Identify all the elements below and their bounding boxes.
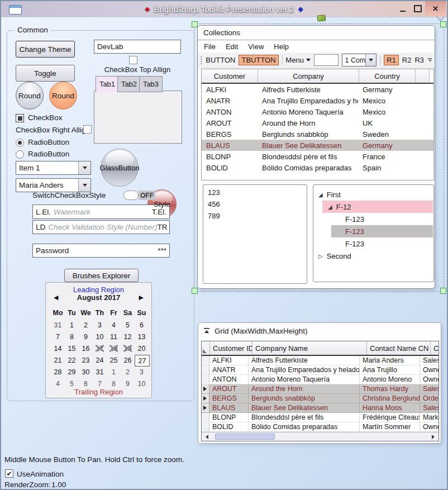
devlab-textbox[interactable]: DevLab [94,40,181,54]
switch-checkbox[interactable]: OFF [123,191,155,200]
table-row[interactable]: ANATRAna Trujillo Emparedados y heladosA… [202,365,439,375]
calendar-day[interactable]: 11 [107,331,121,342]
expander-header[interactable]: Grid (MaxWidth,MaxHeight) [198,323,441,339]
table-row[interactable]: AROUTAround the HornUK [202,117,433,129]
toolbar-radio-r3[interactable]: R3 [414,56,424,64]
calendar-day[interactable]: 10 [93,331,107,342]
calendar-day-today[interactable]: 27 [135,355,150,367]
calendar-day[interactable]: 7 [51,331,65,342]
tree-item-first[interactable]: ◢ First [313,188,439,201]
collections-titlebar[interactable]: Collections [198,26,435,40]
column-header-company-name[interactable]: Company Name [252,341,367,355]
calendar-day[interactable]: 2 [79,320,93,330]
menu-help[interactable]: Help [269,42,294,51]
table-row[interactable]: BOLIDBólido Comidas preparadasMartín Som… [202,422,439,432]
toolbar-textbox[interactable] [314,54,339,66]
calendar-day[interactable]: 1 [107,367,121,377]
toggle-button[interactable]: Toggle [16,65,75,82]
calendar-day[interactable]: 31 [51,320,65,330]
calendar-day[interactable]: 26 [121,355,135,365]
toolbar-combobox[interactable]: 1 Com [342,54,377,66]
table-row[interactable]: ANATRAna Trujillo Emparedados y helaMexi… [202,95,433,106]
tab-tab3[interactable]: Tab3 [139,76,163,92]
toolbar-radio-r2[interactable]: R2 [402,56,412,64]
combobox-maria-arrow[interactable] [78,179,90,192]
tree-item-f123[interactable]: F-123 [345,213,364,225]
resize-handle-top-left[interactable] [192,21,198,27]
password-field[interactable]: Password *** [32,244,170,258]
table-row[interactable]: BLONPBlondesddsl père et filsFrédérique … [202,413,439,422]
toolbar-button[interactable]: BUTTON [206,56,235,64]
tab-tab1[interactable]: Tab1 [96,76,119,92]
calendar-day[interactable]: 22 [65,355,79,365]
expanded-icon[interactable]: ◢ [318,192,323,198]
checkbox-right-align[interactable] [83,125,92,134]
use-animation-checkbox[interactable]: ✔ [5,469,13,478]
tree-item-second[interactable]: ▷ Second [313,250,439,262]
switch-thumb[interactable] [123,191,139,200]
calendar-day[interactable]: 25 [107,355,121,365]
calendar-day[interactable]: 4 [107,320,121,330]
resize-handle-bottom-right[interactable] [440,288,446,294]
table-row[interactable]: ANTONAntonio Moreno TaqueríaMexico [202,106,433,117]
toolbar-grip[interactable] [201,56,202,64]
minimize-button[interactable] [395,1,410,16]
column-header-company[interactable]: Company [258,69,359,83]
table-row-selected[interactable]: BLAUSBlauer See DelikatessenHanna MoosSa… [202,403,439,413]
calendar-day[interactable]: 31 [93,367,107,377]
column-header-contact-title[interactable]: Cont [431,341,439,355]
calendar-day[interactable]: 15 [65,343,79,354]
calendar-day[interactable]: 23 [79,355,93,365]
select-all-corner[interactable] [202,341,210,355]
tree-item-f123-selected[interactable]: F-123 [331,225,433,237]
table-row[interactable]: BOLIDBólido Comidas preparadasSpain [202,162,433,173]
toolbar-overflow-icon[interactable] [427,58,432,62]
column-header-country[interactable]: Country [359,69,416,83]
radio-button-unselected[interactable] [16,150,24,159]
table-row[interactable]: BLONPBlondesddsl père et filsFrance [202,151,433,162]
change-theme-button[interactable]: Change Theme [16,41,75,58]
expanded-icon[interactable]: ◢ [328,204,332,210]
calendar-day[interactable]: 20 [135,343,149,354]
table-row[interactable]: BERGSBerglunds snabbköpSweden [202,129,433,140]
column-header-contact-name[interactable]: Contact Name CN [367,341,431,355]
resize-handle-top-right[interactable] [440,21,446,27]
calendar-day[interactable]: 1 [65,320,79,330]
calendar-day[interactable]: 28 [51,367,65,377]
calendar-day[interactable]: 14 [51,343,65,354]
menu-view[interactable]: View [243,42,269,51]
list-item[interactable]: 123 [203,187,307,198]
move-handle-icon[interactable] [317,15,326,22]
table-row[interactable]: ALFKIAlfreds FutterkisteGermany [202,84,433,95]
resize-handle-bottom-left[interactable] [192,288,198,294]
menu-file[interactable]: File [199,42,221,51]
calendar-day[interactable]: 8 [65,331,79,342]
brushes-explorer-button[interactable]: Brushes Explorer [64,269,139,282]
table-row[interactable]: ANTONAntonio Moreno TaqueríaAntonio More… [202,375,439,384]
table-row-selected[interactable]: AROUTAround the HornThomas HardySales [202,384,439,394]
toolbar-toggle-button[interactable]: TBUTTON [239,55,278,65]
calendar-day[interactable]: 13 [135,331,149,342]
column-header-customer-id[interactable]: Customer ID [210,341,252,355]
calendar-next-button[interactable]: ▶ [139,294,144,301]
calendar-day[interactable]: 3 [93,320,107,330]
calendar-day[interactable]: 30 [79,367,93,377]
top-align-checkbox[interactable] [129,56,137,64]
toolbar-radio-r1[interactable]: R1 [384,55,399,65]
calendar-day[interactable]: 9 [79,331,93,342]
calendar-day[interactable]: 6 [135,320,149,330]
tree-item-f123[interactable]: F-123 [345,237,364,250]
glass-button[interactable]: GlassButton [101,149,139,187]
scroll-left-icon[interactable] [206,435,208,439]
calendar-day[interactable]: 3 [135,367,149,377]
close-button[interactable]: ✕ [425,1,446,16]
tab-tab2[interactable]: Tab2 [117,76,141,92]
table-row-selected[interactable]: BLAUSBlauer See DelikatessenGermany [202,140,433,151]
maximize-button[interactable] [410,1,425,16]
calendar-day[interactable]: 12 [121,331,135,342]
combobox-item1[interactable]: Item 1 [16,161,91,175]
round-button-orange[interactable]: Round [49,82,77,110]
tree-item-f12[interactable]: ◢ F-12 [322,201,433,213]
combobox-item1-arrow[interactable] [78,161,90,174]
scroll-right-icon[interactable] [432,435,435,439]
